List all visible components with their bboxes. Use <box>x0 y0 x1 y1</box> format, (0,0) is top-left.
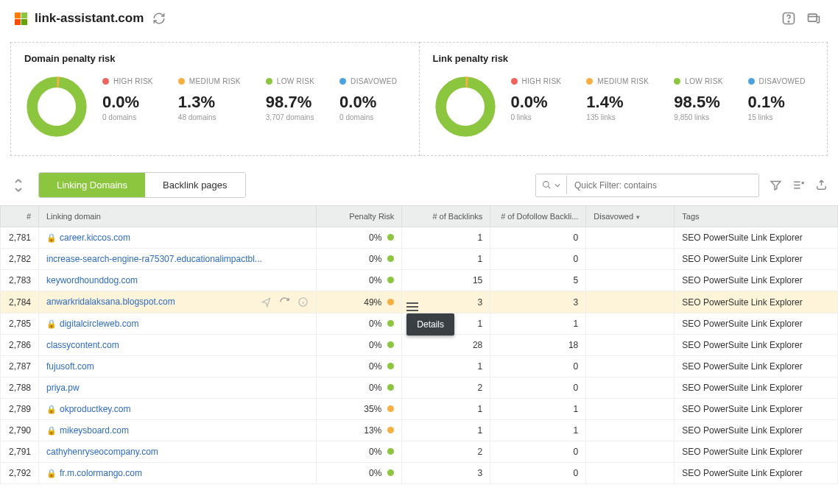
cell-penalty: 0% <box>317 313 402 335</box>
stat-label: DISAVOWED <box>748 77 806 85</box>
risk-stat: MEDIUM RISK 1.3% 48 domains <box>178 74 241 121</box>
tab-linking-domains[interactable]: Linking Domains <box>39 173 145 197</box>
cell-disavowed <box>586 399 675 420</box>
cell-tags: SEO PowerSuite Link Explorer <box>675 399 838 420</box>
domain-link[interactable]: anwarkridalaksana.blogspot.com <box>46 297 175 307</box>
domain-link[interactable]: career.kiccos.com <box>60 233 130 243</box>
cell-domain: anwarkridalaksana.blogspot.com <box>39 291 317 313</box>
cell-dofollow: 3 <box>490 291 586 313</box>
cell-dofollow: 0 <box>490 356 586 377</box>
cell-domain: 🔒fr.m.colormango.com <box>39 463 317 484</box>
cell-penalty: 0% <box>317 227 402 249</box>
risk-stat: LOW RISK 98.7% 3,707 domains <box>266 74 314 121</box>
penalty-dot-icon <box>387 363 394 369</box>
cell-dofollow: 18 <box>490 335 586 356</box>
table-row[interactable]: 2,788 priya.pw 0% 2 0 SEO PowerSuite Lin… <box>1 377 838 399</box>
risk-dot-icon <box>266 78 272 85</box>
cell-tags: SEO PowerSuite Link Explorer <box>675 313 838 335</box>
table-row[interactable]: 2,783 keywordhounddog.com 0% 15 5 SEO Po… <box>1 270 838 291</box>
refresh-icon[interactable] <box>149 9 169 28</box>
cell-tags: SEO PowerSuite Link Explorer <box>675 335 838 356</box>
domain-link[interactable]: classycontent.com <box>46 340 119 350</box>
list-remove-icon[interactable] <box>792 179 805 191</box>
col-tags[interactable]: Tags <box>675 206 838 227</box>
domain-link[interactable]: okproductkey.com <box>60 404 131 414</box>
stat-percent: 1.4% <box>586 93 649 112</box>
cell-tags: SEO PowerSuite Link Explorer <box>675 420 838 441</box>
penalty-dot-icon <box>387 277 394 283</box>
stat-label: MEDIUM RISK <box>178 77 241 85</box>
col-num[interactable]: # <box>1 206 39 227</box>
table-row[interactable]: 2,791 cathyhenryseocompany.com 0% 2 0 SE… <box>1 441 838 463</box>
cell-dofollow: 1 <box>490 313 586 335</box>
domain-donut-chart <box>24 74 89 139</box>
table-row[interactable]: 2,787 fujusoft.com 0% 1 0 SEO PowerSuite… <box>1 356 838 377</box>
col-dofollow[interactable]: # of Dofollow Backli... <box>490 206 586 227</box>
table-row[interactable]: 2,782 increase-search-engine-ra75307.edu… <box>1 249 838 270</box>
cell-disavowed <box>586 441 675 463</box>
domain-link[interactable]: cathyhenryseocompany.com <box>46 447 158 457</box>
domain-link[interactable]: increase-search-engine-ra75307.education… <box>46 254 262 264</box>
penalty-dot-icon <box>387 320 394 327</box>
risk-stat: DISAVOWED 0.0% 0 domains <box>339 74 397 121</box>
cell-penalty: 13% <box>317 420 402 441</box>
risk-dot-icon <box>511 78 518 85</box>
info-icon[interactable] <box>297 297 309 308</box>
table-row[interactable]: 2,781 🔒career.kiccos.com 0% 1 0 SEO Powe… <box>1 227 838 249</box>
cell-rownum: 2,781 <box>1 227 39 249</box>
cell-rownum: 2,792 <box>1 463 39 484</box>
tab-backlink-pages[interactable]: Backlink pages <box>145 173 244 197</box>
col-domain[interactable]: Linking domain <box>39 206 317 227</box>
cell-rownum: 2,783 <box>1 270 39 291</box>
cell-disavowed <box>586 313 675 335</box>
reorder-icon[interactable] <box>10 178 27 193</box>
table-row[interactable]: 2,784 anwarkridalaksana.blogspot.com 49%… <box>1 291 838 313</box>
table-row[interactable]: 2,789 🔒okproductkey.com 35% 1 1 SEO Powe… <box>1 399 838 420</box>
domain-link[interactable]: priya.pw <box>46 383 80 393</box>
top-bar: link-assistant.com <box>0 0 838 38</box>
cell-domain: fujusoft.com <box>39 356 317 377</box>
stat-percent: 0.0% <box>339 93 397 112</box>
penalty-dot-icon <box>387 469 394 476</box>
table-row[interactable]: 2,792 🔒fr.m.colormango.com 0% 3 0 SEO Po… <box>1 463 838 484</box>
details-icon[interactable] <box>406 302 418 311</box>
penalty-dot-icon <box>387 384 394 391</box>
help-icon[interactable] <box>779 9 798 28</box>
domain-link[interactable]: fujusoft.com <box>46 361 94 372</box>
cell-backlinks: 1 <box>402 399 490 420</box>
cell-domain: cathyhenryseocompany.com <box>39 441 317 463</box>
domain-link[interactable]: mikeysboard.com <box>60 425 129 436</box>
stat-label: MEDIUM RISK <box>586 77 649 85</box>
cell-backlinks: 1 <box>402 227 490 249</box>
refresh-icon[interactable] <box>279 297 290 308</box>
browser-icon[interactable] <box>804 9 823 28</box>
search-mode-dropdown[interactable] <box>536 176 567 194</box>
filter-icon[interactable] <box>770 179 782 191</box>
share-icon[interactable] <box>261 297 272 308</box>
col-penalty[interactable]: Penalty Risk <box>317 206 402 227</box>
export-icon[interactable] <box>815 179 828 191</box>
domains-table: # Linking domain Penalty Risk # of Backl… <box>0 205 838 484</box>
cell-rownum: 2,785 <box>1 313 39 335</box>
penalty-dot-icon <box>387 255 394 262</box>
risk-panels: Domain penalty risk HIGH RISK 0.0% 0 dom… <box>0 38 838 156</box>
cell-penalty: 0% <box>317 249 402 270</box>
cell-penalty: 0% <box>317 463 402 484</box>
cell-tags: SEO PowerSuite Link Explorer <box>675 441 838 463</box>
table-row[interactable]: 2,790 🔒mikeysboard.com 13% 1 1 SEO Power… <box>1 420 838 441</box>
col-disavowed[interactable]: Disavowed <box>586 206 675 227</box>
cell-dofollow: 1 <box>490 399 586 420</box>
domain-link[interactable]: fr.m.colormango.com <box>60 468 142 478</box>
cell-dofollow: 0 <box>490 463 586 484</box>
cell-penalty: 0% <box>317 335 402 356</box>
domain-link[interactable]: keywordhounddog.com <box>46 275 138 285</box>
stat-label: LOW RISK <box>266 77 314 85</box>
cell-rownum: 2,784 <box>1 291 39 313</box>
lock-icon: 🔒 <box>46 405 57 414</box>
search-input[interactable] <box>567 174 758 196</box>
domain-link[interactable]: digitalcircleweb.com <box>60 319 138 329</box>
col-backlinks[interactable]: # of Backlinks <box>402 206 490 227</box>
domain-penalty-panel: Domain penalty risk HIGH RISK 0.0% 0 dom… <box>10 42 420 156</box>
table-row[interactable]: 2,786 classycontent.com 0% 28 18 SEO Pow… <box>1 335 838 356</box>
link-penalty-panel: Link penalty risk HIGH RISK 0.0% 0 links… <box>420 42 828 156</box>
